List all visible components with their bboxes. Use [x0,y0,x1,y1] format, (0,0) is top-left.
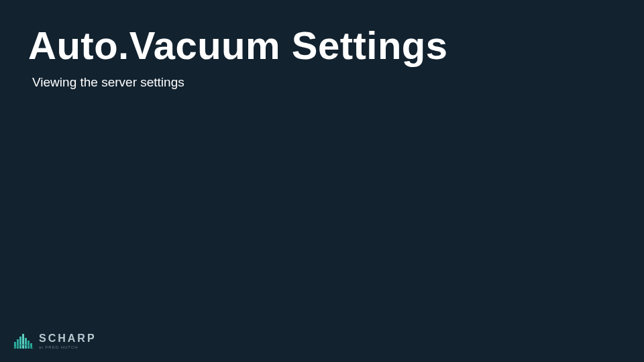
logo-mark-icon [13,333,34,350]
svg-rect-1 [17,339,19,349]
svg-rect-5 [28,341,30,349]
logo: SCHARP at FRED HUTCH [13,333,97,350]
slide-title: Auto.Vacuum Settings [28,23,448,68]
logo-text: SCHARP at FRED HUTCH [39,333,97,349]
svg-rect-3 [22,334,24,349]
slide: Auto.Vacuum Settings Viewing the server … [0,0,644,362]
logo-name: SCHARP [39,333,97,344]
slide-subtitle: Viewing the server settings [32,75,184,90]
logo-tagline: at FRED HUTCH [39,345,97,349]
svg-rect-2 [19,337,21,349]
svg-rect-4 [25,338,27,349]
